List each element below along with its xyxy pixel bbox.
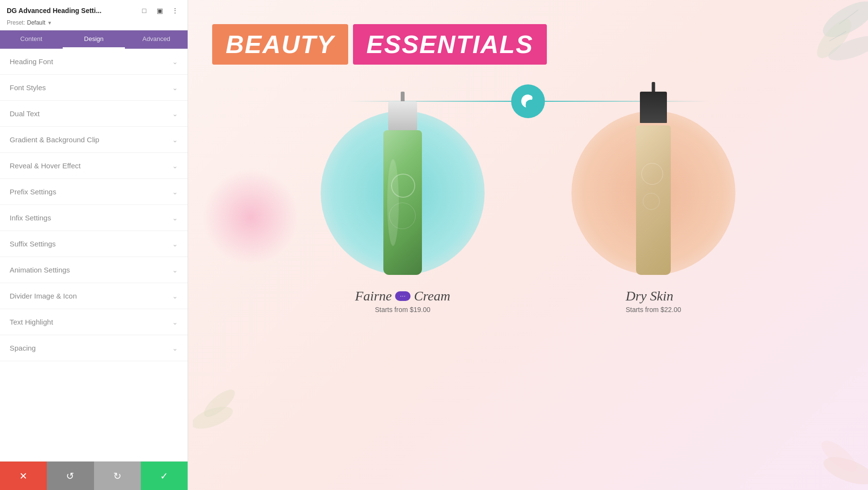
more-icon[interactable]: ⋮ [169, 5, 181, 16]
product-card-2: Dry Skin Starts from $22.00 [571, 111, 735, 275]
section-animation-settings[interactable]: Animation Settings ⌄ [0, 257, 188, 283]
bottle-body-wrapper-1 [381, 101, 424, 275]
chevron-icon-font-styles: ⌄ [172, 84, 178, 92]
product-card-1: FairneCream Starts from $19.00 [321, 111, 485, 275]
chevron-icon-text-highlight: ⌄ [172, 318, 178, 326]
section-heading-font[interactable]: Heading Font ⌄ [0, 49, 188, 75]
chevron-icon-prefix-settings: ⌄ [172, 188, 178, 196]
heading-beauty: BEAUTY [212, 24, 348, 65]
tab-bar: Content Design Advanced [0, 30, 188, 49]
section-prefix-settings[interactable]: Prefix Settings ⌄ [0, 179, 188, 205]
section-divider-image[interactable]: Divider Image & Icon ⌄ [0, 283, 188, 309]
tab-content[interactable]: Content [0, 30, 63, 49]
section-label-animation-settings: Animation Settings [10, 266, 70, 274]
product-name-area-1: FairneCream Starts from $19.00 [355, 288, 450, 313]
section-dual-text[interactable]: Dual Text ⌄ [0, 101, 188, 127]
section-label-text-highlight: Text Highlight [10, 318, 53, 326]
section-label-spacing: Spacing [10, 344, 36, 352]
section-infix-settings[interactable]: Infix Settings ⌄ [0, 205, 188, 231]
chevron-icon-suffix-settings: ⌄ [172, 240, 178, 248]
bottle-cap-1 [388, 101, 417, 130]
sidebar-header: DG Advanced Heading Setti... □ ▣ ⋮ Prese… [0, 0, 188, 30]
product-price-2: Starts from $22.00 [625, 306, 681, 313]
chevron-icon-gradient-background: ⌄ [172, 136, 178, 144]
leaf-icon [519, 93, 537, 110]
product-circle-1 [321, 111, 485, 275]
bottle-body-2 [636, 125, 671, 275]
section-font-styles[interactable]: Font Styles ⌄ [0, 75, 188, 101]
chevron-icon-dual-text: ⌄ [172, 110, 178, 118]
divider-line-left [347, 101, 516, 102]
deco-leaf-left [193, 345, 251, 442]
bottle-cap-2 [640, 92, 667, 123]
divider-icon [511, 84, 545, 118]
redo-button[interactable]: ↻ [94, 462, 141, 490]
bottom-toolbar: ✕ ↺ ↻ ✓ [0, 461, 188, 490]
section-label-dual-text: Dual Text [10, 109, 40, 118]
copy-icon[interactable]: □ [138, 5, 150, 16]
preset-label: Preset: [7, 19, 25, 26]
section-label-gradient-background: Gradient & Background Clip [10, 136, 99, 144]
section-reveal-hover[interactable]: Reveal & Hover Effect ⌄ [0, 153, 188, 179]
sidebar: DG Advanced Heading Setti... □ ▣ ⋮ Prese… [0, 0, 188, 490]
product-name-suffix-1: Cream [414, 288, 450, 304]
section-suffix-settings[interactable]: Suffix Settings ⌄ [0, 231, 188, 257]
cancel-button[interactable]: ✕ [0, 462, 47, 490]
products-area: FairneCream Starts from $19.00 [188, 111, 868, 275]
section-label-heading-font: Heading Font [10, 57, 53, 66]
main-content: BEAUTY ESSENTIALS [188, 0, 868, 490]
section-gradient-background[interactable]: Gradient & Background Clip ⌄ [0, 127, 188, 153]
product-price-1: Starts from $19.00 [355, 306, 450, 313]
product-name-area-2: Dry Skin Starts from $22.00 [625, 288, 681, 313]
product-bottle-2 [632, 92, 675, 275]
main-background: BEAUTY ESSENTIALS [188, 0, 868, 490]
chevron-icon-spacing: ⌄ [172, 344, 178, 352]
bottle-body-1 [383, 130, 422, 275]
product-name-badge-1 [395, 291, 411, 301]
bottle-body-wrapper-2 [632, 92, 675, 275]
sidebar-title: DG Advanced Heading Setti... [7, 7, 138, 14]
tab-design[interactable]: Design [63, 30, 125, 49]
chevron-icon-divider-image: ⌄ [172, 292, 178, 300]
expand-icon[interactable]: ▣ [154, 5, 165, 16]
sections-list: Heading Font ⌄ Font Styles ⌄ Dual Text ⌄… [0, 49, 188, 461]
product-bottle-1 [381, 101, 424, 275]
product-name-text-2: Dry Skin [625, 288, 673, 304]
product-name-1: FairneCream [355, 288, 450, 304]
product-name-prefix-1: Fairne [355, 288, 392, 304]
product-circle-2 [571, 111, 735, 275]
section-label-reveal-hover: Reveal & Hover Effect [10, 162, 81, 170]
heading-area: BEAUTY ESSENTIALS [212, 24, 844, 65]
tab-advanced[interactable]: Advanced [125, 30, 188, 49]
section-label-divider-image: Divider Image & Icon [10, 292, 77, 300]
deco-leaf-br [791, 394, 868, 490]
heading-essentials: ESSENTIALS [353, 24, 547, 65]
preset-arrow-icon: ▼ [47, 20, 52, 26]
section-label-prefix-settings: Prefix Settings [10, 188, 56, 196]
section-label-infix-settings: Infix Settings [10, 214, 51, 222]
chevron-icon-reveal-hover: ⌄ [172, 162, 178, 170]
section-spacing[interactable]: Spacing ⌄ [0, 335, 188, 361]
chevron-icon-animation-settings: ⌄ [172, 266, 178, 274]
section-text-highlight[interactable]: Text Highlight ⌄ [0, 309, 188, 335]
product-name-2: Dry Skin [625, 288, 681, 304]
confirm-button[interactable]: ✓ [141, 462, 188, 490]
preset-value[interactable]: Default [27, 19, 45, 26]
undo-button[interactable]: ↺ [47, 462, 94, 490]
section-label-font-styles: Font Styles [10, 83, 46, 92]
chevron-icon-infix-settings: ⌄ [172, 214, 178, 222]
preset-row: Preset: Default ▼ [7, 19, 181, 30]
header-icons: □ ▣ ⋮ [138, 5, 181, 16]
chevron-icon-heading-font: ⌄ [172, 58, 178, 66]
divider-line-right [540, 101, 709, 102]
section-label-suffix-settings: Suffix Settings [10, 240, 56, 248]
